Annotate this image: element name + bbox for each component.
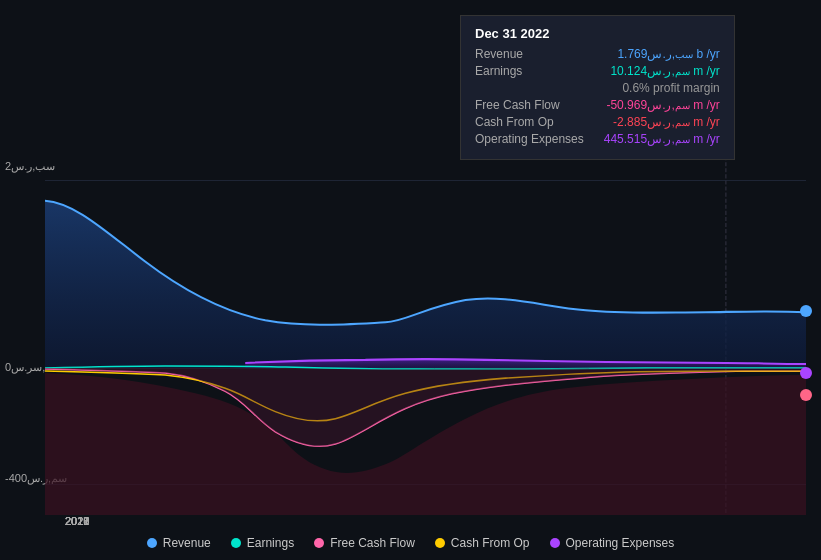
tooltip-value-cfo: -2.885سم,ر.س m /yr — [613, 115, 720, 129]
tooltip-label-earnings: Earnings — [475, 64, 522, 78]
tooltip-label-cfo: Cash From Op — [475, 115, 554, 129]
legend-item-fcf: Free Cash Flow — [314, 536, 415, 550]
x-label-2022: 2022 — [65, 515, 89, 527]
tooltip-label-fcf: Free Cash Flow — [475, 98, 560, 112]
legend-label-cfo: Cash From Op — [451, 536, 530, 550]
legend-dot-revenue — [147, 538, 157, 548]
tooltip-label-opex: Operating Expenses — [475, 132, 584, 146]
tooltip-value-revenue: 1.769سب,ر.س b /yr — [617, 47, 719, 61]
tooltip-box: Dec 31 2022 Revenue 1.769سب,ر.س b /yr Ea… — [460, 15, 735, 160]
legend-dot-fcf — [314, 538, 324, 548]
legend-label-opex: Operating Expenses — [566, 536, 675, 550]
tooltip-value-earnings: 10.124سم,ر.س m /yr — [610, 64, 719, 78]
legend-dot-earnings — [231, 538, 241, 548]
chart-container: 2سب,ر.س 0سر.س, -400سم,ر.س — [0, 150, 821, 515]
legend-dot-opex — [550, 538, 560, 548]
y-axis-mid: 0سر.س, — [5, 361, 45, 374]
tooltip-row-earnings: Earnings 10.124سم,ر.س m /yr — [475, 64, 720, 78]
legend: Revenue Earnings Free Cash Flow Cash Fro… — [0, 536, 821, 550]
tooltip-value-margin: 0.6% profit margin — [622, 81, 719, 95]
tooltip-row-cfo: Cash From Op -2.885سم,ر.س m /yr — [475, 115, 720, 129]
tooltip-row-fcf: Free Cash Flow -50.969سم,ر.س m /yr — [475, 98, 720, 112]
tooltip-row-opex: Operating Expenses 445.515سم,ر.س m /yr — [475, 132, 720, 146]
tooltip-value-opex: 445.515سم,ر.س m /yr — [604, 132, 720, 146]
legend-item-earnings: Earnings — [231, 536, 294, 550]
legend-label-earnings: Earnings — [247, 536, 294, 550]
edge-dot-opex — [800, 367, 812, 379]
tooltip-value-fcf: -50.969سم,ر.س m /yr — [606, 98, 719, 112]
legend-item-cfo: Cash From Op — [435, 536, 530, 550]
tooltip-row-revenue: Revenue 1.769سب,ر.س b /yr — [475, 47, 720, 61]
edge-dot-revenue — [800, 305, 812, 317]
legend-label-fcf: Free Cash Flow — [330, 536, 415, 550]
edge-dot-fcf — [800, 389, 812, 401]
tooltip-row-margin: 0.6% profit margin — [475, 81, 720, 95]
tooltip-date: Dec 31 2022 — [475, 26, 720, 41]
legend-item-revenue: Revenue — [147, 536, 211, 550]
chart-svg — [45, 150, 806, 515]
legend-dot-cfo — [435, 538, 445, 548]
legend-item-opex: Operating Expenses — [550, 536, 675, 550]
legend-label-revenue: Revenue — [163, 536, 211, 550]
tooltip-label-revenue: Revenue — [475, 47, 523, 61]
